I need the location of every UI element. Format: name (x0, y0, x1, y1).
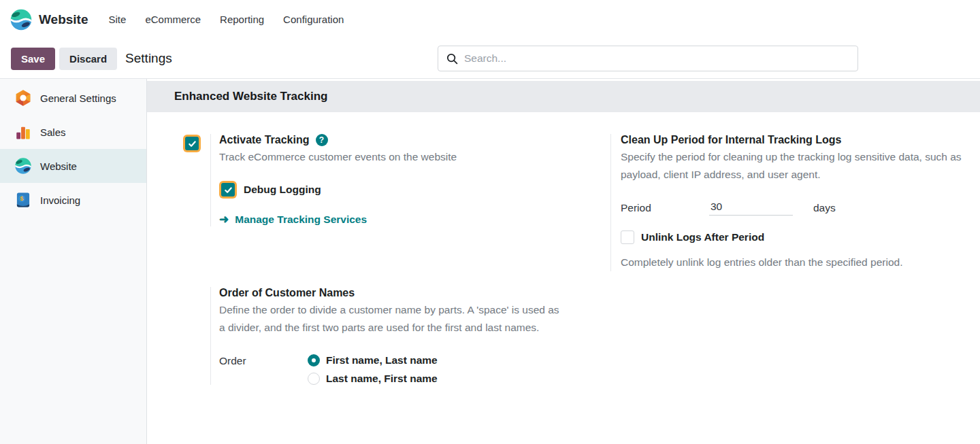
activate-tracking-help-text: Track eCommerce customer events on the w… (219, 148, 599, 166)
discard-button[interactable]: Discard (59, 48, 117, 70)
order-field-row: Order First name, Last name Last name, F… (219, 354, 599, 385)
period-input[interactable] (709, 200, 793, 216)
section-header: Enhanced Website Tracking (147, 81, 980, 112)
customer-names-description: Define the order to divide a customer na… (219, 301, 568, 337)
invoicing-app-icon: $ (14, 191, 32, 209)
cleanup-title: Clean Up Period for Internal Tracking Lo… (621, 134, 842, 146)
settings-left-column: Activate Tracking ? Track eCommerce cust… (174, 134, 599, 385)
search-icon (446, 53, 458, 65)
setting-activate-tracking: Activate Tracking ? Track eCommerce cust… (174, 134, 599, 226)
nav-item-configuration[interactable]: Configuration (274, 8, 353, 31)
sidebar-item-general-settings[interactable]: General Settings (0, 81, 146, 115)
manage-tracking-services-link[interactable]: ➜ Manage Tracking Services (219, 212, 599, 226)
setting-checkbox-pane (174, 287, 210, 385)
sidebar-item-label: Website (40, 160, 77, 172)
nav-item-reporting[interactable]: Reporting (210, 8, 274, 31)
radio-selected-icon[interactable] (308, 354, 320, 366)
radio-option-label: First name, Last name (326, 354, 438, 366)
order-radio-group: First name, Last name Last name, First n… (308, 354, 438, 385)
unlink-logs-row: Unlink Logs After Period (621, 230, 980, 244)
page-body: General Settings Sales Website (0, 78, 980, 444)
activate-tracking-label: Activate Tracking (219, 134, 310, 146)
cleanup-description: Specify the period for cleaning up the t… (621, 148, 969, 184)
setting-checkbox-pane (174, 134, 210, 226)
setting-cleanup-period: Clean Up Period for Internal Tracking Lo… (610, 134, 980, 271)
nav-item-ecommerce[interactable]: eCommerce (135, 8, 210, 31)
period-field-label: Period (621, 202, 709, 214)
sidebar-item-label: Invoicing (40, 194, 80, 206)
section-title: Enhanced Website Tracking (174, 90, 327, 103)
sidebar-item-label: Sales (40, 126, 66, 138)
breadcrumb: Settings (125, 51, 172, 66)
website-app-icon (14, 157, 32, 175)
debug-logging-checkbox[interactable] (221, 183, 235, 197)
general-settings-app-icon (14, 89, 32, 107)
sales-app-icon (14, 123, 32, 141)
website-app-logo-icon[interactable] (10, 8, 33, 31)
setting-content-pane: Activate Tracking ? Track eCommerce cust… (210, 134, 599, 226)
radio-unselected-icon[interactable] (308, 373, 320, 385)
setting-content-pane: Clean Up Period for Internal Tracking Lo… (610, 134, 980, 271)
settings-sidebar: General Settings Sales Website (0, 79, 147, 444)
debug-logging-label: Debug Logging (244, 184, 321, 196)
unlink-logs-label: Unlink Logs After Period (641, 231, 764, 243)
sidebar-item-website[interactable]: Website (0, 149, 146, 183)
setting-content-pane: Order of Customer Names Define the order… (210, 287, 599, 385)
control-panel: Save Discard Settings (0, 39, 980, 78)
svg-text:$: $ (20, 195, 24, 202)
period-unit-label: days (813, 202, 836, 214)
settings-right-column: Clean Up Period for Internal Tracking Lo… (610, 134, 980, 385)
radio-option-label: Last name, First name (326, 373, 438, 385)
nav-item-site[interactable]: Site (99, 8, 136, 31)
settings-grid: Activate Tracking ? Track eCommerce cust… (147, 134, 980, 385)
manage-tracking-services-label: Manage Tracking Services (235, 214, 367, 226)
search-input[interactable] (464, 52, 849, 65)
save-button[interactable]: Save (11, 48, 55, 70)
checkmark-icon (224, 186, 233, 194)
sidebar-item-invoicing[interactable]: $ Invoicing (0, 183, 146, 217)
help-icon[interactable]: ? (316, 134, 328, 146)
unlink-logs-help-text: Completely unlink log entries older than… (621, 254, 980, 271)
activate-tracking-checkbox[interactable] (185, 137, 199, 150)
customer-names-title: Order of Customer Names (219, 287, 355, 299)
sidebar-item-label: General Settings (40, 92, 116, 104)
settings-main: Enhanced Website Tracking (147, 79, 980, 444)
top-navbar: Website Site eCommerce Reporting Configu… (0, 0, 980, 39)
nav-menu: Site eCommerce Reporting Configuration (99, 8, 354, 31)
period-field-row: Period days (621, 200, 980, 216)
sidebar-item-sales[interactable]: Sales (0, 115, 146, 149)
checkmark-icon (188, 139, 197, 148)
arrow-right-icon: ➜ (219, 212, 229, 226)
unlink-logs-checkbox[interactable] (621, 230, 634, 244)
radio-option-first-last[interactable]: First name, Last name (308, 354, 438, 366)
search-box[interactable] (438, 46, 858, 71)
radio-option-last-first[interactable]: Last name, First name (308, 373, 438, 385)
order-field-label: Order (219, 354, 308, 367)
debug-logging-row: Debug Logging (219, 181, 599, 199)
app-name[interactable]: Website (39, 12, 88, 27)
setting-customer-names-order: Order of Customer Names Define the order… (174, 287, 599, 385)
